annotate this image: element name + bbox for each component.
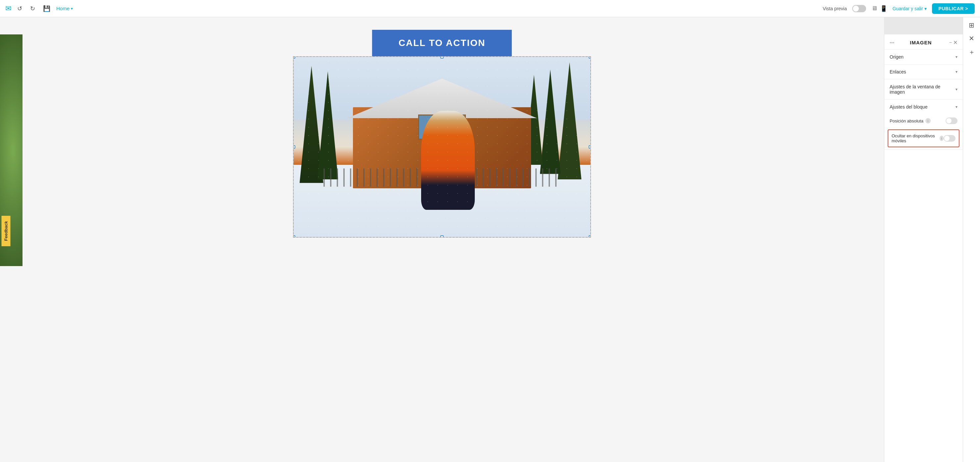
section-origen: Origen ▾ (884, 50, 963, 65)
section-enlaces-header[interactable]: Enlaces ▾ (884, 65, 963, 79)
section-origen-chevron: ▾ (956, 55, 958, 59)
layers-icon[interactable]: ⊞ (969, 21, 974, 29)
section-ajustes-ventana-label: Ajustes de la ventana de imagen (889, 84, 956, 95)
handle-tl[interactable] (293, 56, 295, 59)
ocultar-info-icon[interactable]: i (940, 136, 943, 141)
undo-button[interactable]: ↺ (15, 4, 24, 14)
right-panel: • • • IMAGEN － ✕ Origen ▾ Enlaces ▾ (884, 35, 980, 462)
vista-previa-label: Vista previa (823, 6, 847, 11)
panel-header: • • • IMAGEN － ✕ (884, 35, 963, 50)
feedback-tab[interactable]: Feedback (1, 216, 10, 246)
ocultar-moviles-row-highlighted: Ocultar en dispositivos móviles i (888, 129, 959, 147)
posicion-absoluta-label: Posición absoluta i (889, 118, 931, 124)
handle-tr[interactable] (589, 56, 591, 59)
close-panel-icon[interactable]: ✕ (969, 35, 974, 42)
panel-close-button[interactable]: ✕ (953, 40, 958, 46)
page-content: CALL TO ACTION Imagen (0, 17, 884, 462)
guardar-button[interactable]: Guardar y salir ▾ (892, 6, 927, 11)
home-tab-chevron: ▾ (71, 6, 73, 11)
imagen-panel: • • • IMAGEN － ✕ Origen ▾ Enlaces ▾ (884, 35, 963, 462)
topbar-left: ✉ ↺ ↻ 💾 Home ▾ (5, 4, 73, 14)
section-ajustes-bloque: Ajustes del bloque ▾ Posición absoluta i (884, 100, 963, 149)
panel-minimize-button[interactable]: － (948, 39, 953, 46)
section-ajustes-bloque-header[interactable]: Ajustes del bloque ▾ (884, 100, 963, 114)
cta-button[interactable]: CALL TO ACTION (372, 30, 512, 56)
save-button[interactable]: 💾 (41, 4, 52, 14)
section-ajustes-ventana: Ajustes de la ventana de imagen ▾ (884, 79, 963, 100)
section-enlaces-label: Enlaces (889, 69, 906, 75)
posicion-info-icon[interactable]: i (925, 118, 931, 124)
topbar-right: Vista previa 🖥 📱 Guardar y salir ▾ PUBLI… (823, 3, 975, 14)
ocultar-moviles-toggle[interactable] (943, 135, 956, 142)
handle-bc[interactable] (440, 235, 444, 238)
handle-mr[interactable] (589, 145, 591, 149)
posicion-absoluta-toggle[interactable] (945, 117, 958, 124)
section-ajustes-bloque-label: Ajustes del bloque (889, 104, 928, 110)
handle-bl[interactable] (293, 235, 295, 238)
ocultar-moviles-label: Ocultar en dispositivos móviles i (892, 133, 943, 143)
panel-drag-dots[interactable]: • • • (889, 40, 894, 45)
mobile-icon[interactable]: 📱 (880, 5, 887, 12)
section-ajustes-bloque-chevron: ▾ (956, 105, 958, 109)
logo-icon: ✉ (5, 4, 11, 13)
section-enlaces-chevron: ▾ (956, 70, 958, 74)
posicion-absoluta-row: Posición absoluta i (884, 114, 963, 127)
canvas: Feedback CALL TO ACTION Imagen (0, 17, 980, 462)
handle-br[interactable] (589, 235, 591, 238)
handle-ml[interactable] (293, 145, 295, 149)
far-right-sidebar: ⊞ ✕ ＋ (963, 17, 980, 462)
home-tab-label: Home (56, 6, 70, 11)
topbar: ✉ ↺ ↻ 💾 Home ▾ Vista previa 🖥 📱 Guardar … (0, 0, 980, 17)
section-origen-label: Origen (889, 54, 904, 60)
section-origen-header[interactable]: Origen ▾ (884, 50, 963, 64)
device-icons: 🖥 📱 (872, 5, 887, 12)
redo-button[interactable]: ↻ (28, 4, 37, 14)
image-canvas (294, 57, 590, 237)
panel-title: IMAGEN (894, 40, 948, 45)
add-icon[interactable]: ＋ (969, 48, 975, 57)
handle-tc[interactable] (440, 56, 444, 59)
image-block[interactable]: Imagen (293, 56, 591, 238)
section-ajustes-ventana-chevron: ▾ (956, 87, 958, 92)
publicar-button[interactable]: PUBLICAR > (932, 3, 975, 14)
vista-previa-toggle[interactable] (852, 5, 866, 12)
section-ajustes-ventana-header[interactable]: Ajustes de la ventana de imagen ▾ (884, 79, 963, 99)
desktop-icon[interactable]: 🖥 (872, 5, 877, 12)
section-enlaces: Enlaces ▾ (884, 65, 963, 79)
home-tab[interactable]: Home ▾ (56, 6, 73, 11)
